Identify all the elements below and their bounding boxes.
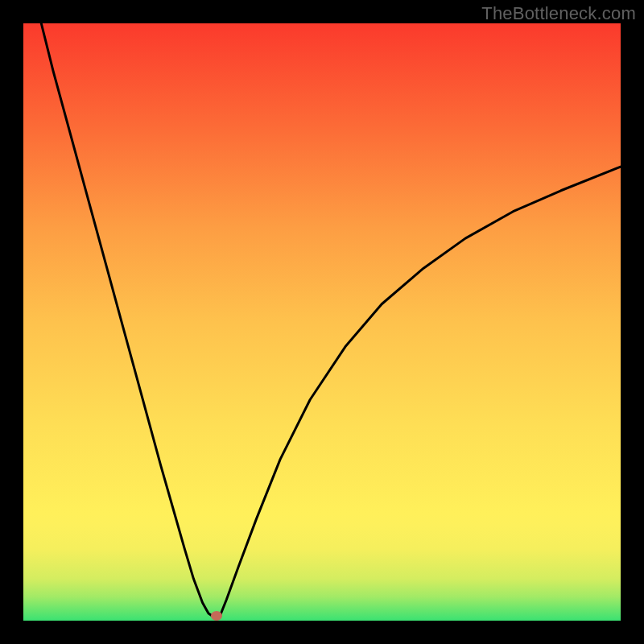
watermark-text: TheBottleneck.com <box>481 3 636 24</box>
plot-area <box>23 23 621 621</box>
chart-frame: TheBottleneck.com <box>0 0 644 644</box>
optimum-marker <box>211 611 222 621</box>
bottleneck-curve <box>23 23 621 621</box>
